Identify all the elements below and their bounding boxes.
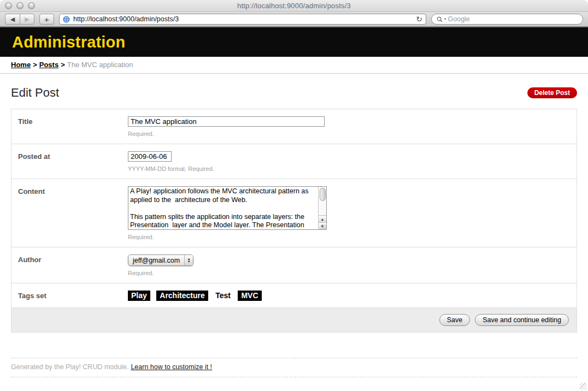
breadcrumb-current: The MVC application xyxy=(67,61,133,69)
posted-at-hint: YYYY-MM-DD format. Required. xyxy=(128,165,570,172)
window-resize-grip[interactable] xyxy=(580,383,587,390)
search-placeholder: Google xyxy=(448,15,470,23)
forward-icon: ▶ xyxy=(25,16,29,23)
search-caret-icon: ▾ xyxy=(444,17,446,21)
content-textarea-frame: A Play! application follows the MVC arch… xyxy=(128,186,327,230)
main-content: Edit Post Delete Post Title Required. Po… xyxy=(0,86,588,377)
form-actions: Save Save and continue editing xyxy=(11,308,577,332)
author-hint: Required. xyxy=(128,270,570,276)
delete-post-button[interactable]: Delete Post xyxy=(527,87,577,98)
admin-header: Administration xyxy=(0,27,588,57)
breadcrumb: Home>Posts>The MVC application xyxy=(0,57,588,74)
posted-at-input[interactable] xyxy=(128,151,172,162)
footer-customize-link[interactable]: Learn how to customize it ! xyxy=(131,363,212,371)
tag-play[interactable]: Play xyxy=(128,291,150,301)
address-bar[interactable]: ↻ xyxy=(59,14,426,25)
crud-footer: Generated by the Play! CRUD module.Learn… xyxy=(11,358,577,377)
forward-button[interactable]: ▶ xyxy=(20,14,34,25)
search-field[interactable]: ▾ Google xyxy=(431,14,583,25)
browser-window: http://localhost:9000/admin/posts/3 ◀ ▶ … xyxy=(0,0,588,391)
close-button[interactable] xyxy=(5,2,12,9)
add-bookmark-button[interactable]: + xyxy=(39,14,54,25)
textarea-scrollbar[interactable]: ▲ ▼ xyxy=(318,187,326,229)
scrollbar-thumb[interactable] xyxy=(320,188,326,201)
tags-label: Tags set xyxy=(18,291,128,301)
title-label: Title xyxy=(18,116,128,137)
title-input[interactable] xyxy=(128,116,325,127)
select-arrows-icon: ▲▼ xyxy=(184,255,193,265)
author-select[interactable]: jeff@gmail.com ▲▼ xyxy=(128,254,193,266)
plus-icon: + xyxy=(44,15,49,24)
search-icon xyxy=(437,16,443,22)
content-label: Content xyxy=(18,186,128,240)
traffic-lights xyxy=(5,2,35,9)
page-header: Edit Post Delete Post xyxy=(11,86,577,100)
footer-text: Generated by the Play! CRUD module. xyxy=(11,363,128,371)
field-row-tags: Tags set Play Architecture Test MVC xyxy=(11,283,577,308)
breadcrumb-separator: > xyxy=(61,61,65,69)
posted-at-label: Posted at xyxy=(18,151,128,172)
page-title: Edit Post xyxy=(11,86,59,100)
save-button[interactable]: Save xyxy=(439,314,471,326)
textarea-resize-handle[interactable] xyxy=(321,224,327,230)
field-row-title: Title Required. xyxy=(11,109,577,144)
content-hint: Required. xyxy=(128,234,570,240)
back-button[interactable]: ◀ xyxy=(5,14,20,25)
content-textarea[interactable]: A Play! application follows the MVC arch… xyxy=(128,187,318,228)
url-input[interactable] xyxy=(73,15,413,23)
tag-architecture[interactable]: Architecture xyxy=(156,291,208,301)
field-row-content: Content A Play! application follows the … xyxy=(11,179,577,247)
author-label: Author xyxy=(18,254,128,276)
app-title: Administration xyxy=(12,33,125,51)
title-hint: Required. xyxy=(128,131,570,137)
field-row-author: Author jeff@gmail.com ▲▼ Required. xyxy=(11,247,577,283)
nav-buttons: ◀ ▶ xyxy=(5,14,34,25)
window-title: http://localhost:9000/admin/posts/3 xyxy=(0,2,588,10)
author-select-value: jeff@gmail.com xyxy=(128,255,184,265)
save-continue-button[interactable]: Save and continue editing xyxy=(475,314,569,326)
tag-test[interactable]: Test xyxy=(214,291,232,301)
reload-icon[interactable]: ↻ xyxy=(416,15,422,23)
zoom-button[interactable] xyxy=(28,2,35,9)
scroll-up-button[interactable]: ▲ xyxy=(319,215,326,222)
breadcrumb-home-link[interactable]: Home xyxy=(11,61,31,69)
browser-toolbar: ◀ ▶ + ↻ ▾ Google xyxy=(0,12,588,27)
edit-post-form: Title Required. Posted at YYYY-MM-DD for… xyxy=(11,109,577,333)
minimize-button[interactable] xyxy=(16,2,23,9)
tag-mvc[interactable]: MVC xyxy=(238,291,261,301)
globe-icon xyxy=(63,16,70,23)
window-titlebar[interactable]: http://localhost:9000/admin/posts/3 xyxy=(0,0,588,12)
field-row-posted-at: Posted at YYYY-MM-DD format. Required. xyxy=(11,144,577,179)
back-icon: ◀ xyxy=(10,16,15,23)
breadcrumb-separator: > xyxy=(33,61,37,69)
breadcrumb-posts-link[interactable]: Posts xyxy=(39,61,58,69)
